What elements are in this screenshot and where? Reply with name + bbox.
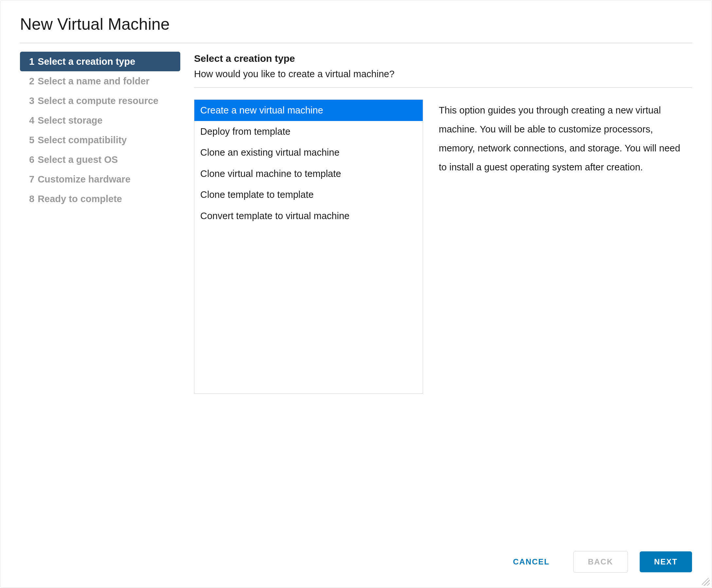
step-number: 5 bbox=[29, 135, 34, 146]
step-label: Select a creation type bbox=[38, 56, 135, 67]
step-label: Select a guest OS bbox=[38, 154, 118, 165]
step-number: 6 bbox=[29, 154, 34, 165]
wizard-step-name-folder[interactable]: 2 Select a name and folder bbox=[20, 71, 180, 91]
step-number: 8 bbox=[29, 194, 34, 204]
option-description: This option guides you through creating … bbox=[439, 100, 692, 541]
step-number: 3 bbox=[29, 96, 34, 106]
next-button[interactable]: NEXT bbox=[640, 551, 692, 572]
dialog-title: New Virtual Machine bbox=[20, 15, 692, 34]
dialog-footer: CANCEL BACK NEXT bbox=[0, 541, 712, 588]
wizard-step-guest-os[interactable]: 6 Select a guest OS bbox=[20, 150, 180, 169]
step-label: Ready to complete bbox=[38, 194, 122, 204]
step-label: Select a compute resource bbox=[38, 96, 158, 106]
step-number: 7 bbox=[29, 174, 34, 185]
step-label: Select storage bbox=[38, 115, 102, 126]
content-header: Select a creation type How would you lik… bbox=[194, 51, 692, 87]
step-number: 2 bbox=[29, 76, 34, 87]
content-area: Select a creation type How would you lik… bbox=[194, 51, 692, 541]
content-subtitle: How would you like to create a virtual m… bbox=[194, 69, 692, 80]
wizard-step-customize-hardware[interactable]: 7 Customize hardware bbox=[20, 169, 180, 189]
back-button[interactable]: BACK bbox=[573, 551, 628, 573]
creation-type-list: Create a new virtual machine Deploy from… bbox=[194, 100, 423, 394]
content-divider bbox=[194, 87, 692, 88]
wizard-step-compatibility[interactable]: 5 Select compatibility bbox=[20, 130, 180, 150]
wizard-step-storage[interactable]: 4 Select storage bbox=[20, 110, 180, 130]
option-convert-template-to-vm[interactable]: Convert template to virtual machine bbox=[195, 205, 423, 227]
dialog-body: 1 Select a creation type 2 Select a name… bbox=[0, 43, 712, 541]
wizard-step-ready-complete[interactable]: 8 Ready to complete bbox=[20, 189, 180, 209]
content-row: Create a new virtual machine Deploy from… bbox=[194, 100, 692, 541]
cancel-button[interactable]: CANCEL bbox=[501, 551, 562, 572]
step-number: 4 bbox=[29, 115, 34, 126]
step-label: Select a name and folder bbox=[38, 76, 149, 87]
dialog-header: New Virtual Machine bbox=[0, 0, 712, 43]
content-title: Select a creation type bbox=[194, 53, 692, 64]
option-clone-template-to-template[interactable]: Clone template to template bbox=[195, 184, 423, 205]
option-deploy-template[interactable]: Deploy from template bbox=[195, 121, 423, 142]
option-create-new-vm[interactable]: Create a new virtual machine bbox=[195, 100, 423, 121]
option-clone-existing-vm[interactable]: Clone an existing virtual machine bbox=[195, 142, 423, 163]
wizard-steps: 1 Select a creation type 2 Select a name… bbox=[20, 51, 180, 541]
resize-grip-icon[interactable] bbox=[702, 578, 710, 586]
new-vm-dialog: New Virtual Machine 1 Select a creation … bbox=[0, 0, 712, 588]
step-label: Select compatibility bbox=[38, 135, 127, 146]
wizard-step-compute-resource[interactable]: 3 Select a compute resource bbox=[20, 91, 180, 110]
wizard-step-creation-type[interactable]: 1 Select a creation type bbox=[20, 52, 180, 71]
step-label: Customize hardware bbox=[38, 174, 130, 185]
option-clone-vm-to-template[interactable]: Clone virtual machine to template bbox=[195, 163, 423, 185]
step-number: 1 bbox=[29, 56, 34, 67]
